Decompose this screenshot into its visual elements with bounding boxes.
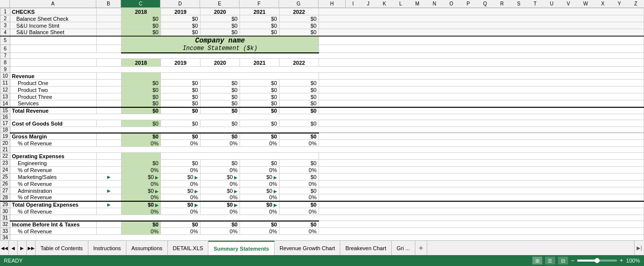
cell-b15[interactable] (97, 107, 121, 114)
tab-item-breakeven-chart[interactable]: Breakeven Chart (340, 241, 392, 255)
cell-b3[interactable] (97, 22, 121, 29)
cell-f4[interactable]: $0 (240, 29, 280, 36)
cell-d3[interactable]: $0 (161, 22, 201, 29)
cell-services[interactable]: Services (10, 100, 97, 107)
cell-c28[interactable]: 0% (121, 194, 161, 201)
cell-g20[interactable]: 0% (280, 140, 319, 147)
cell-e28[interactable]: 0% (201, 194, 240, 201)
cell-b19[interactable] (97, 133, 121, 140)
cell-d23[interactable]: $0 (161, 160, 201, 167)
cell-income-before[interactable]: Income Before Int & Taxes (10, 221, 97, 228)
cell-g28[interactable]: 0% (280, 194, 319, 201)
cell-g4[interactable]: $0 (280, 29, 319, 36)
cell-d11[interactable]: $0 (161, 80, 201, 87)
cell-f25[interactable]: $0 ▶ (240, 174, 280, 180)
cell-g19[interactable]: $0 (280, 133, 319, 140)
col-header-a[interactable]: A (10, 0, 96, 7)
cell-b14[interactable] (97, 100, 121, 107)
col-header-e[interactable]: E (200, 0, 240, 7)
cell-c10[interactable] (121, 73, 161, 80)
cell-e12[interactable]: $0 (201, 87, 240, 93)
cell-f23[interactable]: $0 (240, 160, 280, 167)
cell-d12[interactable]: $0 (161, 87, 201, 93)
tab-prev-prev-button[interactable]: ◀◀ (0, 241, 9, 255)
cell-c19[interactable]: $0 (121, 133, 161, 140)
cell-f14[interactable]: $0 (240, 100, 280, 107)
cell-cost-goods-sold[interactable]: Cost of Goods Sold (10, 120, 97, 127)
cell-c14[interactable]: $0 (121, 100, 161, 107)
cell-f27[interactable]: $0 ▶ (240, 187, 280, 194)
col-header-h[interactable]: H (319, 0, 346, 7)
cell-a3[interactable]: S&U Income Stmt (10, 22, 97, 29)
cell-g17[interactable]: $0 (280, 120, 319, 127)
cell-e11[interactable]: $0 (201, 80, 240, 87)
cell-b30[interactable] (97, 208, 121, 215)
cell-f17[interactable]: $0 (240, 120, 280, 127)
cell-g23[interactable]: $0 (280, 160, 319, 167)
year-2019[interactable]: 2019 (161, 59, 201, 67)
cell-b4[interactable] (97, 29, 121, 36)
cell-d19[interactable]: $0 (161, 133, 201, 140)
cell-d32[interactable]: $0 (161, 221, 201, 228)
cell-c23[interactable]: $0 (121, 160, 161, 167)
cell-c22[interactable] (121, 153, 161, 160)
cell-d27[interactable]: $0 ▶ (161, 187, 201, 194)
cell-d25[interactable]: $0 ▶ (161, 174, 201, 180)
cell-b22[interactable] (97, 153, 121, 160)
zoom-slider-track[interactable] (577, 260, 617, 262)
cell-revenue-header[interactable]: Revenue (10, 73, 97, 80)
cell-e26[interactable]: 0% (201, 180, 240, 187)
zoom-plus-icon[interactable]: + (620, 257, 623, 264)
cell-administration[interactable]: Administration (10, 187, 97, 194)
cell-b17[interactable] (97, 120, 121, 127)
year-2020[interactable]: 2020 (201, 59, 240, 67)
cell-d29[interactable]: $0 ▶ (161, 201, 201, 208)
cell-f29[interactable]: $0 ▶ (240, 201, 280, 208)
cell-b20[interactable] (97, 140, 121, 147)
col-header-b[interactable]: B (96, 0, 121, 7)
cell-a8[interactable] (10, 59, 97, 67)
tab-item-detail-xls[interactable]: DETAIL.XLS (168, 241, 209, 255)
normal-view-button[interactable]: ⊞ (532, 257, 542, 265)
cell-c26[interactable]: 0% (121, 180, 161, 187)
cell-a5[interactable] (10, 36, 97, 45)
cell-e17[interactable]: $0 (201, 120, 240, 127)
cell-total-revenue[interactable]: Total Revenue (10, 107, 97, 114)
zoom-minus-icon[interactable]: − (571, 257, 574, 264)
cell-f24[interactable]: 0% (240, 167, 280, 174)
cell-product-one[interactable]: Product One (10, 80, 97, 87)
cell-b2[interactable] (97, 15, 121, 22)
cell-g32[interactable]: $0 (280, 221, 319, 228)
cell-g27[interactable]: $0 (280, 187, 319, 194)
cell-d15[interactable]: $0 (161, 107, 201, 114)
tab-item-table-of-contents[interactable]: Table of Contents (36, 241, 88, 255)
cell-d28[interactable]: 0% (161, 194, 201, 201)
cell-c3[interactable]: $0 (121, 22, 161, 29)
cell-g26[interactable]: 0% (280, 180, 319, 187)
cell-e4[interactable]: $0 (201, 29, 240, 36)
cell-d30[interactable]: 0% (161, 208, 201, 215)
cell-f30[interactable]: 0% (240, 208, 280, 215)
cell-c1[interactable]: 2018 (121, 8, 161, 15)
cell-b33[interactable] (97, 228, 121, 235)
cell-f28[interactable]: 0% (240, 194, 280, 201)
cell-b23[interactable] (97, 160, 121, 167)
cell-c24[interactable]: 0% (121, 167, 161, 174)
cell-product-two[interactable]: Product Two (10, 87, 97, 93)
cell-a6[interactable] (10, 45, 97, 53)
year-2022[interactable]: 2022 (280, 59, 319, 67)
cell-c12[interactable]: $0 (121, 87, 161, 93)
year-2021[interactable]: 2021 (240, 59, 280, 67)
cell-product-three[interactable]: Product Three (10, 93, 97, 100)
tab-item-assumptions[interactable]: Assumptions (126, 241, 168, 255)
cell-b32[interactable] (97, 221, 121, 228)
cell-f15[interactable]: $0 (240, 107, 280, 114)
cell-c11[interactable]: $0 (121, 80, 161, 87)
cell-d4[interactable]: $0 (161, 29, 201, 36)
tab-item-revenue-growth-chart[interactable]: Revenue Growth Chart (275, 241, 341, 255)
cell-e33[interactable]: 0% (201, 228, 240, 235)
cell-c32[interactable]: $0 (121, 221, 161, 228)
tab-add-button[interactable]: + (415, 241, 427, 255)
col-header-d[interactable]: D (161, 0, 200, 7)
cell-e3[interactable]: $0 (201, 22, 240, 29)
